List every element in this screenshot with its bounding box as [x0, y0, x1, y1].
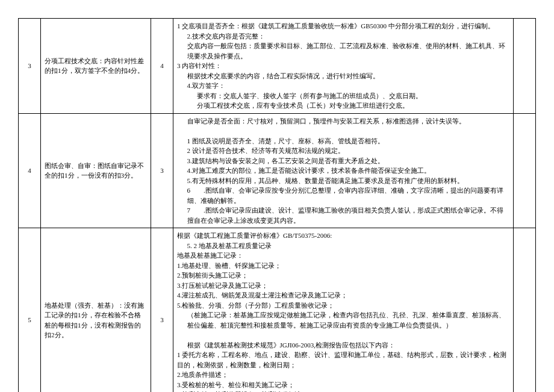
detail-line: 根据《建筑桩基检测技术规范》JGJI06-2003,检测报告应包括以下内容： [177, 340, 509, 350]
detail-line: 7 .图纸会审记录应由建设、设计、监理和施工验收的项目相关负责人签认，形成正式图… [177, 205, 509, 225]
detail-line: （桩施工记录：桩基施工应按规定做桩施工记录，检查内容包括孔位、孔径、孔深、桩体垂… [177, 310, 509, 330]
table-row: 4图纸会审、自审：图纸自审记录不全的扣1分，一份没有的扣3分。3自审记录是否全面… [19, 113, 536, 228]
row-detail: 1 交底项目是否齐全：根据《建筑工程施工质量验收统一标准》GB50300 中分部… [173, 19, 514, 114]
detail-line: 3.受检桩的桩号、桩位和相关施工记录； [177, 380, 509, 390]
detail-line: 要求有：交底人签字、接收人签字（所有参与施工的班组成员）、交底日期。 [177, 91, 509, 101]
detail-line: 4.检测方法，检测仪器设备，检测过程叙述； [177, 390, 509, 392]
row-remark [514, 113, 536, 228]
row-score: 3 [151, 228, 173, 393]
detail-line: 1 交底项目是否齐全：根据《建筑工程施工质量验收统一标准》GB50300 中分部… [177, 21, 509, 31]
detail-line: 3.打压桩试桩记录及施工记录； [177, 281, 509, 291]
detail-line: 5.检验批、分项、分部（子分部）工程质量验收记录； [177, 300, 509, 311]
detail-line: 交底内容一般应包括：质量要求和目标、施工部位、工艺流程及标准、验收标准、使用的材… [177, 41, 509, 61]
row-description: 图纸会审、自审：图纸自审记录不全的扣1分，一份没有的扣3分。 [41, 113, 151, 228]
detail-line: 1.地基处理、验槽、钎探施工记录； [177, 261, 509, 271]
row-number: 4 [19, 113, 41, 228]
detail-line: 根据《建筑工程施工质量评价标准》GB/T50375-2006: [177, 231, 509, 241]
row-description: 分项工程技术交底：内容针对性差的扣1分，双方签字不全的扣4分。 [41, 19, 151, 114]
detail-line: 5. 2 地基及桩基工程质量记录 [177, 241, 509, 251]
row-number: 3 [19, 19, 41, 114]
table-row: 5地基处理（强夯、桩基）：没有施工记录的扣1分，存在检验不合格桩的每根扣1分，没… [19, 228, 536, 393]
detail-line: 分项工程技术交底，应有专业技术员（工长）对专业施工班组进行交底。 [177, 101, 509, 111]
detail-line: 3.建筑结构与设备安装之间，各工艺安装之间是否有重大矛盾之处。 [177, 156, 509, 166]
row-number: 5 [19, 228, 41, 393]
row-detail: 自审记录是否全面：尺寸核对，预留洞口，预埋件与安装工程关系，标准图选择，设计失误… [173, 113, 514, 228]
detail-line: 4.对施工难度大的部位，施工是否能达设计要求，技术装备条件能否保证安全施工。 [177, 166, 509, 176]
row-score: 3 [151, 113, 173, 228]
detail-line: 2.技术交底内容是否完整： [177, 31, 509, 42]
detail-line: 自审记录是否全面：尺寸核对，预留洞口，预埋件与安装工程关系，标准图选择，设计失误… [177, 116, 509, 126]
row-remark [514, 19, 536, 114]
detail-line: 2.预制桩街头施工记录； [177, 270, 509, 281]
detail-line: 地基及桩基施工记录： [177, 250, 509, 261]
detail-line: 3 内容针对性： [177, 61, 509, 71]
detail-line [177, 126, 509, 136]
detail-line: 4.双方签字： [177, 81, 509, 91]
row-score: 4 [151, 19, 173, 114]
detail-line: 5.有无特殊材料的应用，其品种、规格、数量是否能满足施工要求及是否有推广使用的新… [177, 176, 509, 186]
detail-line: 1 委托方名称，工程名称、地点，建设、勘察、设计、监理和施工单位，基础、结构形式… [177, 350, 509, 370]
detail-line [177, 330, 509, 340]
detail-line: 根据技术交底要求的内容，结合工程实际情况，进行针对性编写。 [177, 71, 509, 81]
detail-line: 1 图纸及说明是否齐全、清楚，尺寸、座标、标高、管线是否相符。 [177, 136, 509, 146]
row-remark [514, 228, 536, 393]
detail-line: 6 .图纸自审、会审记录应按专业分别汇总整理，会审内容应详细、准确，文字应清晰，… [177, 185, 509, 205]
row-description: 地基处理（强夯、桩基）：没有施工记录的扣1分，存在检验不合格桩的每根扣1分，没有… [41, 228, 151, 393]
table-row: 3分项工程技术交底：内容针对性差的扣1分，双方签字不全的扣4分。41 交底项目是… [19, 19, 536, 114]
detail-line: 2 设计是否符合技术、经济等有关规范和法规的规定。 [177, 146, 509, 156]
row-detail: 根据《建筑工程施工质量评价标准》GB/T50375-2006:5. 2 地基及桩… [173, 228, 514, 393]
detail-line: 4.灌注桩成孔、钢筋笼及混凝土灌注检查记录及施工记录； [177, 290, 509, 300]
detail-line: 2.地质条件描述； [177, 370, 509, 380]
